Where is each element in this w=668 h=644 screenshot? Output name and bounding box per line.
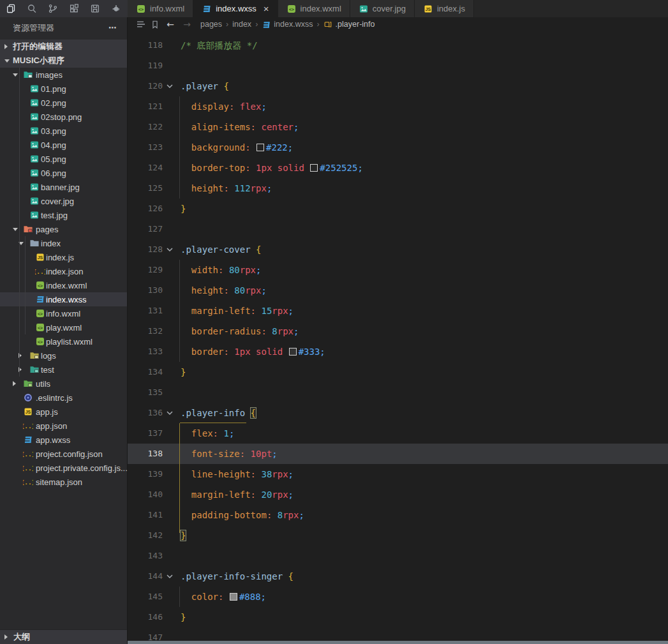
code-editor[interactable]: 118/* 底部播放器 */119120.player {121 display… xyxy=(128,31,668,644)
line-number[interactable]: 144 xyxy=(128,566,163,587)
line-number[interactable]: 139 xyxy=(128,464,163,484)
code-line-119[interactable]: 119 xyxy=(128,56,668,76)
line-number[interactable]: 126 xyxy=(128,198,163,219)
line-number[interactable]: 145 xyxy=(128,587,163,607)
line-number[interactable]: 136 xyxy=(128,403,163,423)
tree-item-app.js[interactable]: JSapp.js xyxy=(0,405,127,419)
code-line-128[interactable]: 128.player-cover { xyxy=(128,239,668,260)
tree-item-sitemap.json[interactable]: {..}sitemap.json xyxy=(0,475,127,489)
code-line-130[interactable]: 130 height: 80rpx; xyxy=(128,280,668,301)
bookmark-icon[interactable] xyxy=(148,20,162,29)
tree-item-utils[interactable]: utils xyxy=(0,377,127,391)
line-number[interactable]: 140 xyxy=(128,484,163,505)
fold-chevron-icon[interactable] xyxy=(165,572,174,581)
section-MUSIC小程序[interactable]: MUSIC小程序 xyxy=(0,54,127,68)
code-line-141[interactable]: 141 padding-bottom: 8rpx; xyxy=(128,505,668,525)
code-line-124[interactable]: 124 border-top: 1px solid #252525; xyxy=(128,158,668,178)
breadcrumb-item-pages[interactable]: pages xyxy=(200,20,222,29)
search-icon[interactable] xyxy=(27,4,37,14)
tree-item-app.wxss[interactable]: app.wxss xyxy=(0,433,127,447)
source-control-icon[interactable] xyxy=(48,4,58,14)
code-line-136[interactable]: 136.player-info { xyxy=(128,403,668,423)
line-number[interactable]: 119 xyxy=(128,56,163,76)
code-line-118[interactable]: 118/* 底部播放器 */ xyxy=(128,35,668,56)
tab-cover.jpg[interactable]: cover.jpg xyxy=(350,0,415,17)
line-number[interactable]: 132 xyxy=(128,321,163,341)
fold-chevron-icon[interactable] xyxy=(165,245,174,254)
color-swatch[interactable] xyxy=(230,593,237,601)
code-line-127[interactable]: 127 xyxy=(128,219,668,239)
line-number[interactable]: 138 xyxy=(128,444,163,464)
sidebar-more-icon[interactable]: ⋯ xyxy=(108,23,118,33)
explorer-icon[interactable] xyxy=(6,4,16,14)
code-line-135[interactable]: 135 xyxy=(128,382,668,403)
tree-item-project.private.config.js...[interactable]: {..}project.private.config.js... xyxy=(0,461,127,475)
breadcrumb-item-index.wxss[interactable]: index.wxss xyxy=(262,20,313,29)
line-number[interactable]: 135 xyxy=(128,382,163,403)
breadcrumb-item-player-info[interactable]: .player-info xyxy=(323,20,375,29)
line-number[interactable]: 141 xyxy=(128,505,163,525)
color-swatch[interactable] xyxy=(289,348,297,356)
code-line-139[interactable]: 139 line-height: 38rpx; xyxy=(128,464,668,484)
code-line-146[interactable]: 146} xyxy=(128,607,668,627)
forward-arrow-icon[interactable]: → xyxy=(179,19,195,29)
code-line-138[interactable]: 138 font-size: 10pt; xyxy=(128,444,668,464)
line-number[interactable]: 130 xyxy=(128,280,163,301)
line-number[interactable]: 142 xyxy=(128,525,163,546)
line-number[interactable]: 134 xyxy=(128,362,163,382)
breadcrumb-item-index[interactable]: index xyxy=(232,20,251,29)
code-line-132[interactable]: 132 border-radius: 8rpx; xyxy=(128,321,668,341)
fold-chevron-icon[interactable] xyxy=(165,82,174,91)
code-line-131[interactable]: 131 margin-left: 15rpx; xyxy=(128,301,668,321)
extensions-icon[interactable] xyxy=(69,4,79,14)
list-icon[interactable] xyxy=(134,19,148,29)
tab-index.wxss[interactable]: index.wxss× xyxy=(193,0,278,17)
back-arrow-icon[interactable]: ← xyxy=(162,19,179,29)
code-line-133[interactable]: 133 border: 1px solid #333; xyxy=(128,341,668,362)
color-swatch[interactable] xyxy=(256,144,264,151)
fold-chevron-icon[interactable] xyxy=(165,408,174,417)
code-line-137[interactable]: 137 flex: 1; xyxy=(128,423,668,444)
code-line-144[interactable]: 144.player-info-singer { xyxy=(128,566,668,587)
line-number[interactable]: 127 xyxy=(128,219,163,239)
line-number[interactable]: 137 xyxy=(128,423,163,444)
code-line-126[interactable]: 126} xyxy=(128,198,668,219)
code-line-142[interactable]: 142} xyxy=(128,525,668,546)
line-number[interactable]: 121 xyxy=(128,96,163,117)
code-line-125[interactable]: 125 height: 112rpx; xyxy=(128,178,668,198)
line-number[interactable]: 125 xyxy=(128,178,163,198)
save-icon[interactable] xyxy=(90,4,100,14)
line-number[interactable]: 143 xyxy=(128,546,163,566)
tab-index.js[interactable]: JSindex.js xyxy=(415,0,474,17)
line-number[interactable]: 129 xyxy=(128,260,163,280)
color-swatch[interactable] xyxy=(310,164,318,172)
code-line-121[interactable]: 121 display: flex; xyxy=(128,96,668,117)
line-number[interactable]: 146 xyxy=(128,607,163,627)
line-number[interactable]: 118 xyxy=(128,35,163,56)
tree-item-project.config.json[interactable]: {..}project.config.json xyxy=(0,447,127,461)
code-line-143[interactable]: 143 xyxy=(128,546,668,566)
code-line-134[interactable]: 134} xyxy=(128,362,668,382)
line-number[interactable]: 133 xyxy=(128,341,163,362)
line-number[interactable]: 120 xyxy=(128,76,163,96)
code-line-145[interactable]: 145 color: #888; xyxy=(128,587,668,607)
teapot-icon[interactable] xyxy=(111,4,121,14)
outline-section[interactable]: 大纲 xyxy=(0,629,127,644)
line-number[interactable]: 122 xyxy=(128,117,163,137)
code-line-120[interactable]: 120.player { xyxy=(128,76,668,96)
section-打开的编辑器[interactable]: 打开的编辑器 xyxy=(0,40,127,54)
code-line-122[interactable]: 122 align-items: center; xyxy=(128,117,668,137)
line-number[interactable]: 131 xyxy=(128,301,163,321)
code-line-129[interactable]: 129 width: 80rpx; xyxy=(128,260,668,280)
tree-item-.eslintrc.js[interactable]: .eslintrc.js xyxy=(0,391,127,405)
code-line-123[interactable]: 123 background: #222; xyxy=(128,137,668,158)
tab-index.wxml[interactable]: <>index.wxml xyxy=(278,0,350,17)
line-number[interactable]: 124 xyxy=(128,158,163,178)
tree-item-app.json[interactable]: {..}app.json xyxy=(0,419,127,433)
line-number[interactable]: 128 xyxy=(128,239,163,260)
line-number[interactable]: 123 xyxy=(128,137,163,158)
horizontal-scrollbar[interactable] xyxy=(128,641,668,644)
close-icon[interactable]: × xyxy=(263,4,269,13)
code-line-140[interactable]: 140 margin-left: 20rpx; xyxy=(128,484,668,505)
tab-info.wxml[interactable]: <>info.wxml xyxy=(128,0,193,17)
